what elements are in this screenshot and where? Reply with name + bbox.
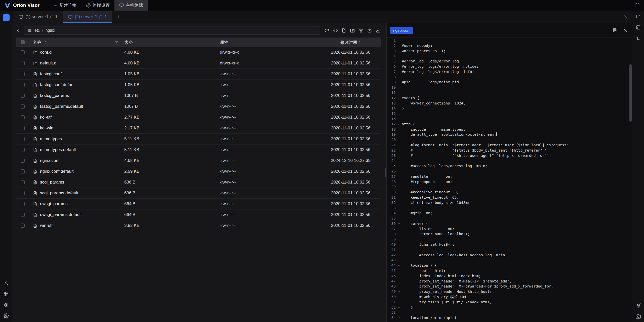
- code-line[interactable]: 1: [387, 38, 632, 43]
- code-line[interactable]: 50 # web history 模式 404: [387, 294, 632, 300]
- sort-size-icon[interactable]: [133, 41, 137, 44]
- code-line[interactable]: 3worker_processes 1;: [387, 48, 632, 54]
- row-checkbox[interactable]: [21, 94, 25, 98]
- table-row[interactable]: koi-utf2.77 KB-rw-r--r--2020-11-01 10:02…: [16, 112, 381, 123]
- row-checkbox[interactable]: [21, 83, 25, 87]
- code-line[interactable]: 18 include mime.types;: [387, 127, 632, 132]
- theme-icon[interactable]: [4, 302, 9, 308]
- code-line[interactable]: 27 sendfile on;: [387, 174, 632, 179]
- code-line[interactable]: 7#error_log logs/error.log info;: [387, 69, 632, 75]
- code-line[interactable]: 26: [387, 169, 632, 174]
- settings-icon[interactable]: [4, 313, 9, 318]
- table-row[interactable]: fastcgi_params.default1007 B-rw-r--r--20…: [16, 101, 381, 112]
- editor-scrollbar[interactable]: [629, 64, 632, 122]
- table-row[interactable]: uwsgi_params664 B-rw-r--r--2020-11-01 10…: [16, 199, 381, 209]
- code-line[interactable]: 29: [387, 184, 632, 190]
- code-line[interactable]: 4: [387, 53, 632, 59]
- screenshot-icon[interactable]: [636, 314, 641, 319]
- row-checkbox[interactable]: [21, 104, 25, 109]
- editor-close-icon[interactable]: [622, 27, 628, 33]
- code-line[interactable]: 44 location / {: [387, 263, 632, 268]
- code-line[interactable]: 40 #charset koi8-r;: [387, 242, 632, 247]
- preview-icon[interactable]: [332, 27, 339, 34]
- table-row[interactable]: fastcgi_params1007 B-rw-r--r--2020-11-01…: [16, 90, 381, 101]
- code-line[interactable]: 20: [387, 137, 632, 142]
- fold-icon[interactable]: [396, 289, 402, 294]
- row-checkbox[interactable]: [21, 61, 25, 65]
- new-file-icon[interactable]: [340, 27, 348, 34]
- table-row[interactable]: mime.types.default5.11 KB-rw-r--r--2020-…: [16, 145, 381, 155]
- fullscreen-icon[interactable]: [635, 3, 640, 8]
- code-line[interactable]: 39: [387, 237, 632, 242]
- code-line[interactable]: 6#error_log logs/error.log notice;: [387, 64, 632, 69]
- refresh-icon[interactable]: [323, 27, 331, 34]
- code-line[interactable]: 23 # '"$http_user_agent" "$http_x_forwar…: [387, 153, 632, 158]
- code-line[interactable]: 47 proxy_set_header X-Real-IP $remote_ad…: [387, 279, 632, 284]
- code-line[interactable]: 9#pid logs/nginx.pid;: [387, 80, 632, 85]
- snippets-icon[interactable]: { }: [636, 14, 641, 19]
- code-line[interactable]: 19 default_type application/octet-stream…: [387, 132, 632, 137]
- code-line[interactable]: 41: [387, 247, 632, 253]
- row-checkbox[interactable]: [21, 224, 25, 228]
- select-all-checkbox[interactable]: [21, 40, 25, 44]
- code-line[interactable]: 12events {: [387, 95, 632, 101]
- row-checkbox[interactable]: [21, 50, 25, 54]
- code-line[interactable]: 25 #access_log logs/access.log main;: [387, 163, 632, 169]
- code-line[interactable]: 45 root html;: [387, 268, 632, 273]
- code-line[interactable]: 21 #log_format main '$remote_addr - $rem…: [387, 142, 632, 148]
- row-checkbox[interactable]: [21, 137, 25, 141]
- back-button[interactable]: [14, 27, 22, 34]
- editor-file-tab[interactable]: nginx.conf: [390, 27, 413, 34]
- code-line[interactable]: 49 proxy_set_header Host $http_host;: [387, 289, 632, 294]
- breadcrumb-item[interactable]: nginx: [46, 28, 55, 33]
- upload-icon[interactable]: [366, 27, 373, 34]
- row-checkbox[interactable]: [21, 169, 25, 173]
- code-line[interactable]: 13 worker_connections 1024;: [387, 101, 632, 106]
- fold-icon[interactable]: [396, 122, 402, 127]
- sort-mtime-icon[interactable]: [358, 41, 361, 44]
- fold-icon[interactable]: [396, 305, 402, 310]
- code-line[interactable]: 5#error_log logs/error.log;: [387, 59, 632, 64]
- code-line[interactable]: 35: [387, 216, 632, 221]
- code-line[interactable]: 53: [387, 310, 632, 315]
- code-line[interactable]: 54 location /orion/api {: [387, 315, 632, 320]
- download-icon[interactable]: [374, 27, 382, 34]
- code-line[interactable]: 24: [387, 158, 632, 163]
- fold-icon[interactable]: [396, 95, 402, 101]
- menu-item-host-terminal[interactable]: 主机终端: [114, 0, 148, 11]
- fold-icon[interactable]: [396, 315, 402, 320]
- layout-icon[interactable]: [636, 25, 641, 30]
- code-line[interactable]: 16: [387, 116, 632, 122]
- code-line[interactable]: 42 #access_log logs/host.access.log main…: [387, 253, 632, 258]
- breadcrumb-item[interactable]: etc: [34, 28, 40, 33]
- save-icon[interactable]: [612, 27, 618, 33]
- delete-icon[interactable]: [357, 27, 365, 34]
- code-line[interactable]: 43: [387, 258, 632, 263]
- menu-item-terminal-settings[interactable]: 终端设置: [81, 0, 114, 11]
- user-icon[interactable]: [4, 281, 9, 286]
- code-line[interactable]: 33: [387, 205, 632, 211]
- code-editor[interactable]: 12#user nobody;3worker_processes 1;45#er…: [387, 38, 632, 322]
- path-bar[interactable]: etc/nginx: [24, 26, 320, 35]
- table-row[interactable]: scgi_params.default636 B-rw-r--r--2020-1…: [16, 188, 381, 199]
- code-line[interactable]: 14}: [387, 106, 632, 111]
- filter-name-icon[interactable]: [114, 41, 118, 44]
- row-checkbox[interactable]: [21, 148, 25, 152]
- row-checkbox[interactable]: [21, 180, 25, 184]
- code-line[interactable]: 32 client_max_body_size 1048m;: [387, 200, 632, 205]
- code-line[interactable]: 11: [387, 90, 632, 95]
- row-checkbox[interactable]: [21, 213, 25, 217]
- table-row[interactable]: fastcgi.conf1.05 KB-rw-r--r--2020-11-01 …: [16, 69, 381, 80]
- new-folder-icon[interactable]: [349, 27, 356, 34]
- code-line[interactable]: 22 # '$status $body_bytes_sent "$http_re…: [387, 148, 632, 153]
- code-line[interactable]: 17http {: [387, 122, 632, 127]
- code-line[interactable]: 15: [387, 111, 632, 116]
- row-checkbox[interactable]: [21, 159, 25, 163]
- terminal-tab-1[interactable]: (1) server-生产-1: [14, 11, 63, 23]
- row-checkbox[interactable]: [21, 202, 25, 206]
- table-row[interactable]: win-utf3.53 KB-rw-r--r--2020-11-01 10:02…: [16, 220, 381, 231]
- fold-icon[interactable]: [396, 263, 402, 268]
- code-line[interactable]: 36 server {: [387, 221, 632, 226]
- new-tab-button[interactable]: [3, 14, 10, 21]
- fold-icon[interactable]: [396, 221, 402, 226]
